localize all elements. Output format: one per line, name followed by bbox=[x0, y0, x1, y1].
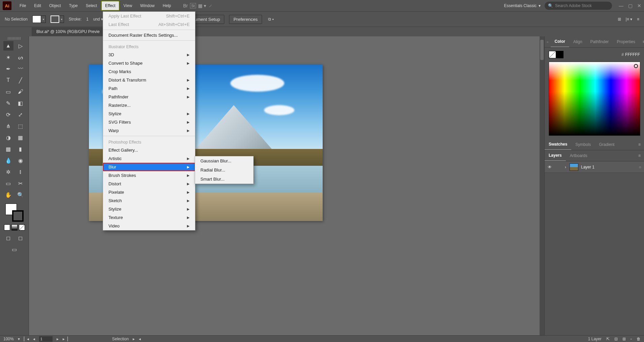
delete-layer-icon[interactable]: 🗑 bbox=[637, 337, 641, 341]
magic-wand-tool[interactable]: ✶ bbox=[3, 53, 13, 62]
zoom-tool[interactable]: 🔍 bbox=[15, 190, 26, 199]
mi-smart-blur[interactable]: Smart Blur... bbox=[195, 175, 253, 184]
mi-3d[interactable]: 3D▶ bbox=[103, 51, 195, 59]
menu-help[interactable]: Help bbox=[159, 1, 175, 11]
color-spectrum[interactable] bbox=[549, 62, 640, 136]
zoom-level[interactable]: 100% bbox=[3, 337, 14, 341]
panel-menu-icon[interactable]: ≡ bbox=[639, 37, 644, 47]
mi-warp[interactable]: Warp▶ bbox=[103, 126, 195, 135]
artboard-tool[interactable]: ▭ bbox=[3, 179, 13, 188]
stroke-value[interactable]: 1 bbox=[86, 17, 89, 22]
mi-doc-raster-settings[interactable]: Document Raster Effects Settings... bbox=[103, 31, 195, 39]
hscroll-right-icon[interactable]: ◂ bbox=[139, 337, 141, 341]
mi-pixelate[interactable]: Pixelate▶ bbox=[103, 188, 195, 196]
none-mode-icon[interactable] bbox=[19, 224, 25, 230]
chevron-right-icon[interactable]: › bbox=[561, 165, 570, 169]
mi-stylize[interactable]: Stylize▶ bbox=[103, 110, 195, 118]
menu-type[interactable]: Type bbox=[65, 1, 82, 11]
perspective-tool[interactable]: ▦ bbox=[15, 133, 26, 142]
artboard-next-icon[interactable]: ▸ bbox=[57, 337, 59, 341]
stock-icon[interactable]: St bbox=[190, 3, 196, 8]
maximize-icon[interactable]: ▢ bbox=[628, 3, 633, 8]
new-layer-icon[interactable]: ▫ bbox=[631, 337, 632, 341]
width-tool[interactable]: ⋔ bbox=[3, 121, 13, 131]
mi-texture[interactable]: Texture▶ bbox=[103, 213, 195, 222]
tab-artboards[interactable]: Artboards bbox=[566, 151, 591, 161]
lasso-tool[interactable]: ᔕ bbox=[15, 53, 26, 62]
minimize-icon[interactable]: — bbox=[619, 3, 623, 8]
document-tab[interactable]: Blur.ai* @ 100% (RGB/GPU Previe bbox=[32, 27, 104, 36]
mi-effect-gallery-[interactable]: Effect Gallery... bbox=[103, 146, 195, 154]
layer-name[interactable]: Layer 1 bbox=[581, 165, 636, 169]
shape-builder-tool[interactable]: ◑ bbox=[3, 133, 13, 142]
mi-brush-strokes[interactable]: Brush Strokes▶ bbox=[103, 171, 195, 180]
color-stroke-proxy[interactable] bbox=[556, 51, 564, 58]
mi-crop-marks[interactable]: Crop Marks bbox=[103, 67, 195, 76]
gradient-mode-icon[interactable] bbox=[11, 224, 18, 230]
eyedropper-tool[interactable]: 💧 bbox=[3, 156, 13, 165]
target-icon[interactable]: ○ bbox=[636, 165, 644, 169]
mi-video[interactable]: Video▶ bbox=[103, 222, 195, 230]
panel-grip-icon[interactable] bbox=[8, 37, 21, 40]
mi-rasterize-[interactable]: Rasterize... bbox=[103, 101, 195, 110]
hex-value[interactable]: FFFFFF bbox=[625, 52, 640, 57]
menu-edit[interactable]: Edit bbox=[30, 1, 45, 11]
direct-selection-tool[interactable]: ▷ bbox=[15, 41, 26, 51]
panel-menu-icon[interactable]: ≡ bbox=[637, 17, 639, 22]
tab-layers[interactable]: Layers bbox=[545, 150, 566, 161]
tab-properties[interactable]: Properties bbox=[613, 37, 639, 47]
rotate-tool[interactable]: ⟳ bbox=[3, 110, 13, 119]
selection-tool[interactable]: ▲ bbox=[3, 41, 13, 51]
tab-color[interactable]: Color bbox=[551, 36, 569, 47]
vertical-scrollbar[interactable] bbox=[540, 36, 544, 335]
scroll-thumb[interactable] bbox=[540, 40, 544, 60]
artboard-first-icon[interactable]: ▏◂ bbox=[24, 337, 29, 341]
fill-stroke-control[interactable] bbox=[5, 204, 24, 222]
mi-stylize[interactable]: Stylize▶ bbox=[103, 205, 195, 213]
eraser-tool[interactable]: ◧ bbox=[15, 98, 26, 108]
mi-artistic[interactable]: Artistic▶ bbox=[103, 154, 195, 163]
shaper-tool[interactable]: ✎ bbox=[3, 98, 13, 108]
draw-normal-icon[interactable]: ◻ bbox=[3, 233, 13, 243]
scale-tool[interactable]: ⤢ bbox=[15, 110, 26, 119]
slice-tool[interactable]: ✂ bbox=[15, 179, 26, 188]
locate-layer-icon[interactable]: ⊟ bbox=[614, 337, 618, 341]
tab-symbols[interactable]: Symbols bbox=[571, 139, 595, 150]
panel-menu-icon[interactable]: ≡ bbox=[635, 139, 644, 150]
menu-view[interactable]: View bbox=[120, 1, 136, 11]
color-fill-proxy[interactable] bbox=[549, 51, 556, 58]
artboard-number-input[interactable] bbox=[39, 336, 53, 342]
rectangle-tool[interactable]: ▭ bbox=[3, 87, 13, 96]
mi-distort-transform[interactable]: Distort & Transform▶ bbox=[103, 76, 195, 84]
pen-tool[interactable]: ✒ bbox=[3, 64, 13, 73]
mi-blur[interactable]: Blur▶ bbox=[103, 163, 195, 171]
transform-panel-icon[interactable]: ⊞ bbox=[618, 17, 621, 22]
menu-object[interactable]: Object bbox=[45, 1, 65, 11]
tab-align[interactable]: Align bbox=[569, 37, 586, 47]
mesh-tool[interactable]: ▩ bbox=[3, 144, 13, 154]
mi-gaussian-blur[interactable]: Gaussian Blur... bbox=[195, 156, 253, 165]
panel-menu-icon[interactable]: ≡ bbox=[635, 151, 644, 161]
menu-effect[interactable]: Effect bbox=[101, 1, 119, 11]
layer-row[interactable]: 👁 › Layer 1 ○ bbox=[545, 161, 644, 173]
arrange-docs-icon[interactable]: ▦ ▾ bbox=[198, 3, 206, 8]
menu-file[interactable]: File bbox=[15, 1, 30, 11]
align-to-icon[interactable]: ⧉ ▾ bbox=[268, 17, 274, 22]
artboard-prev-icon[interactable]: ◂ bbox=[33, 337, 35, 341]
gradient-tool[interactable]: ▮ bbox=[15, 144, 26, 154]
panel-collapse-icon[interactable]: « bbox=[545, 40, 551, 44]
symbol-sprayer-tool[interactable]: ✲ bbox=[3, 167, 13, 177]
paintbrush-tool[interactable]: 🖌 bbox=[15, 87, 26, 96]
zoom-dd-icon[interactable]: ▾ bbox=[18, 337, 20, 341]
stock-search[interactable]: 🔍 Search Adobe Stock bbox=[545, 2, 612, 10]
type-tool[interactable]: T bbox=[3, 75, 13, 85]
draw-behind-icon[interactable]: ◻ bbox=[15, 233, 26, 243]
mi-distort[interactable]: Distort▶ bbox=[103, 180, 195, 188]
tab-pathfinder[interactable]: Pathfinder bbox=[586, 37, 613, 47]
align-panel-icon[interactable]: |≡ ▾ bbox=[626, 17, 632, 22]
tab-gradient[interactable]: Gradient bbox=[595, 139, 618, 150]
mi-convert-to-shape[interactable]: Convert to Shape▶ bbox=[103, 59, 195, 67]
mi-radial-blur[interactable]: Radial Blur... bbox=[195, 165, 253, 175]
hand-tool[interactable]: ✋ bbox=[3, 190, 13, 199]
color-mode-icon[interactable] bbox=[4, 224, 10, 230]
